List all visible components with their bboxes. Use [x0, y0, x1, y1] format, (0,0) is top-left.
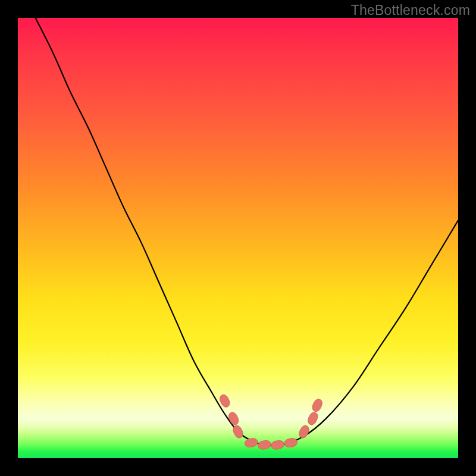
marker-right-mid [306, 411, 320, 426]
chart-svg [18, 18, 458, 458]
marker-right-upper [311, 397, 324, 413]
chart-plot-area [18, 18, 458, 458]
markers-group [218, 393, 324, 450]
marker-valley-c [271, 440, 285, 450]
watermark-text: TheBottleneck.com [351, 2, 470, 18]
marker-valley-a [244, 437, 258, 448]
marker-valley-d [284, 437, 298, 448]
chart-frame: TheBottleneck.com [0, 0, 476, 476]
marker-right-low [298, 424, 311, 440]
marker-left-mid [227, 411, 240, 426]
bottleneck-curve [36, 18, 458, 446]
marker-valley-b [257, 440, 271, 450]
